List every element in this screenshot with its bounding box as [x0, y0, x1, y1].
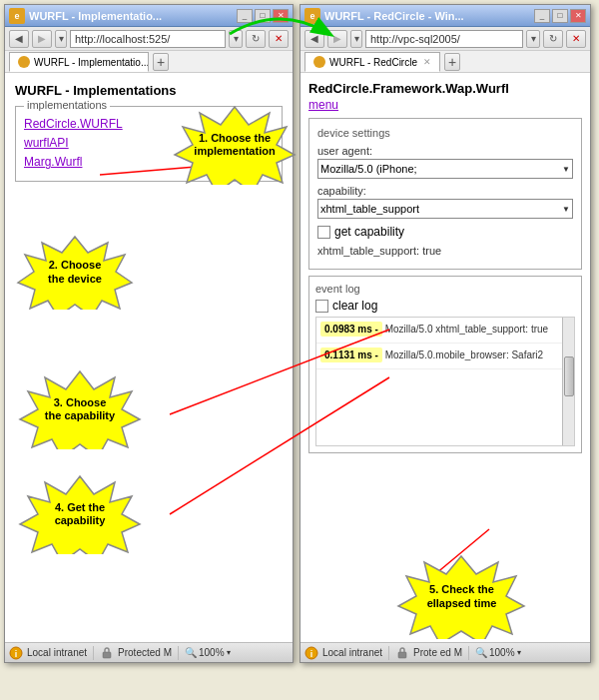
- log-entry-1-text: Mozilla/5.0 xhtml_table_support: true: [385, 324, 548, 335]
- clear-log-label: clear log: [332, 299, 377, 313]
- left-stop-button[interactable]: ✕: [269, 30, 289, 48]
- clear-log-checkbox[interactable]: [315, 300, 328, 313]
- svg-text:i: i: [15, 649, 18, 659]
- get-capability-checkbox[interactable]: [317, 226, 330, 239]
- left-restore-button[interactable]: □: [255, 9, 271, 23]
- left-title-bar: e WURFL - Implementatio... _ □ ✕: [5, 5, 293, 27]
- left-window-title: WURFL - Implementatio...: [29, 10, 237, 22]
- right-content-area: RedCircle.Framework.Wap.Wurfl menu devic…: [300, 73, 590, 612]
- right-status-bar: i Local intranet Prote ed M 🔍 100% ▾: [300, 642, 590, 662]
- right-dropdown-button[interactable]: ▾: [350, 30, 362, 48]
- right-refresh-button[interactable]: ↻: [543, 30, 563, 48]
- left-minimize-button[interactable]: _: [237, 9, 253, 23]
- log-area[interactable]: 0.0983 ms - Mozilla/5.0 xhtml_table_supp…: [315, 317, 575, 446]
- right-zoom-arrow: ▾: [517, 648, 521, 657]
- user-agent-label: user agent:: [317, 145, 573, 157]
- left-tab-label: WURFL - Implementatio...: [34, 57, 149, 68]
- right-minimize-button[interactable]: _: [534, 9, 550, 23]
- right-status-protected-icon: [395, 646, 409, 660]
- log-entry-2-time: 0.1131 ms -: [320, 348, 382, 362]
- left-back-button[interactable]: ◀: [9, 30, 29, 48]
- left-status-zone: Local intranet: [27, 647, 87, 658]
- log-entry-2: 0.1131 ms - Mozilla/5.0.mobile_browser: …: [316, 344, 574, 369]
- left-refresh-button[interactable]: ↻: [246, 30, 266, 48]
- implementations-group-label: implementations: [24, 99, 110, 111]
- left-page-heading: WURFL - Implementations: [15, 83, 283, 98]
- left-content-area: WURFL - Implementations implementations …: [5, 73, 293, 612]
- right-tab-label: WURFL - RedCircle: [329, 57, 417, 68]
- right-tab-close[interactable]: ✕: [423, 57, 431, 67]
- right-zoom-icon: 🔍: [475, 647, 487, 658]
- right-close-button[interactable]: ✕: [570, 9, 586, 23]
- log-entry-2-text: Mozilla/5.0.mobile_browser: Safari2: [385, 350, 543, 360]
- left-status-protected: Protected M: [118, 647, 172, 658]
- left-forward-button[interactable]: ▶: [32, 30, 52, 48]
- log-scrollbar-thumb[interactable]: [564, 356, 574, 396]
- right-address-text: http://vpc-sql2005/: [370, 33, 460, 45]
- get-capability-label: get capability: [334, 225, 404, 239]
- right-new-tab-button[interactable]: +: [444, 53, 460, 71]
- left-address-bar[interactable]: http://localhost:525/: [70, 30, 226, 48]
- user-agent-select[interactable]: Mozilla/5.0 (iPhone; ▼: [317, 159, 573, 179]
- right-title-bar: e WURFL - RedCircle - Win... _ □ ✕: [300, 5, 590, 27]
- right-tabs-bar: WURFL - RedCircle ✕ +: [300, 51, 590, 73]
- right-nav-bar: ◀ ▶ ▾ http://vpc-sql2005/ ▾ ↻ ✕: [300, 27, 590, 51]
- left-tab-icon: [18, 56, 30, 68]
- capability-label: capability:: [317, 185, 573, 197]
- right-status-divider: [388, 646, 389, 660]
- right-status-zoom[interactable]: 🔍 100% ▾: [475, 647, 521, 658]
- left-address-text: http://localhost:525/: [75, 33, 170, 45]
- right-status-divider2: [468, 646, 469, 660]
- menu-link[interactable]: menu: [308, 98, 338, 112]
- right-forward-button[interactable]: ▶: [327, 30, 347, 48]
- right-status-security-icon: i: [304, 646, 318, 660]
- log-entry-1-time: 0.0983 ms -: [320, 322, 382, 337]
- right-window-icon: e: [304, 8, 320, 24]
- right-window-title: WURFL - RedCircle - Win...: [324, 10, 534, 22]
- right-browser-window: e WURFL - RedCircle - Win... _ □ ✕ ◀ ▶ ▾…: [300, 4, 591, 663]
- get-capability-row: get capability: [317, 225, 573, 239]
- device-settings-panel: device settings user agent: Mozilla/5.0 …: [308, 118, 582, 270]
- left-status-zoom[interactable]: 🔍 100% ▾: [185, 647, 231, 658]
- left-status-protected-icon: [100, 646, 114, 660]
- right-page-heading: RedCircle.Framework.Wap.Wurfl: [308, 81, 582, 96]
- link-redcircle-wurfl[interactable]: RedCircle.WURFL: [24, 115, 274, 134]
- user-agent-select-arrow: ▼: [562, 165, 570, 174]
- right-stop-button[interactable]: ✕: [566, 30, 586, 48]
- left-zoom-arrow: ▾: [227, 648, 231, 657]
- left-address-dropdown[interactable]: ▾: [229, 30, 243, 48]
- svg-rect-5: [398, 652, 406, 658]
- svg-text:i: i: [310, 649, 313, 659]
- left-tab-active[interactable]: WURFL - Implementatio... ✕: [9, 52, 149, 72]
- left-zoom-icon: 🔍: [185, 647, 197, 658]
- left-dropdown-button[interactable]: ▾: [55, 30, 67, 48]
- right-address-dropdown[interactable]: ▾: [526, 30, 540, 48]
- left-window-icon: e: [9, 8, 25, 24]
- right-address-bar[interactable]: http://vpc-sql2005/: [365, 30, 523, 48]
- left-zoom-text: 100%: [199, 647, 225, 658]
- left-title-bar-buttons: _ □ ✕: [237, 9, 289, 23]
- capability-select[interactable]: xhtml_table_support ▼: [317, 199, 573, 219]
- left-status-divider: [93, 646, 94, 660]
- link-wurflapi[interactable]: wurflAPI: [24, 134, 274, 153]
- device-settings-label: device settings: [317, 127, 573, 139]
- capability-select-arrow: ▼: [562, 205, 570, 214]
- left-status-bar: i Local intranet Protected M 🔍 100% ▾: [5, 642, 293, 662]
- link-marg-wurfl[interactable]: Marg.Wurfl: [24, 153, 274, 172]
- right-title-bar-buttons: _ □ ✕: [534, 9, 586, 23]
- event-log-section: event log clear log 0.0983 ms - Mozilla/…: [308, 276, 582, 453]
- right-restore-button[interactable]: □: [552, 9, 568, 23]
- left-status-security-icon: i: [9, 646, 23, 660]
- log-entry-1: 0.0983 ms - Mozilla/5.0 xhtml_table_supp…: [316, 318, 574, 344]
- right-tab-active[interactable]: WURFL - RedCircle ✕: [304, 52, 440, 72]
- left-new-tab-button[interactable]: +: [153, 53, 169, 71]
- right-tab-icon: [313, 56, 325, 68]
- right-back-button[interactable]: ◀: [304, 30, 324, 48]
- log-scrollbar-track[interactable]: [562, 318, 574, 445]
- left-close-button[interactable]: ✕: [273, 9, 289, 23]
- right-status-protected: Prote ed M: [413, 647, 462, 658]
- left-browser-window: e WURFL - Implementatio... _ □ ✕ ◀ ▶ ▾ h…: [4, 4, 294, 663]
- right-zoom-text: 100%: [489, 647, 515, 658]
- implementations-group: implementations RedCircle.WURFL wurflAPI…: [15, 106, 283, 182]
- result-text: xhtml_table_support: true: [317, 245, 573, 257]
